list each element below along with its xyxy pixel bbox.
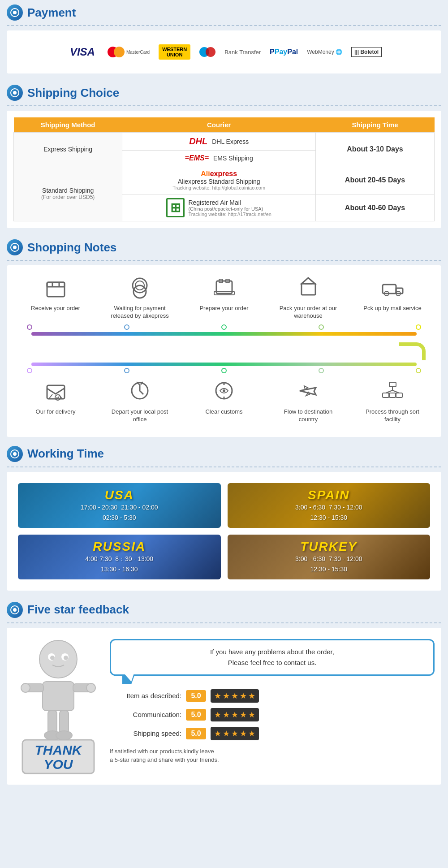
svg-point-46 xyxy=(64,656,68,660)
feedback-section: Five star feedback xyxy=(0,597,448,791)
shopping-notes-header: Shopping Notes xyxy=(7,239,441,255)
dots-row-2 xyxy=(22,368,426,373)
registered-tracking: Tracking website: http://17track.net/en xyxy=(188,212,271,217)
pickup-mail-icon xyxy=(379,274,406,301)
col-time: Shipping Time xyxy=(316,117,435,133)
ali-express-text: express xyxy=(210,170,237,177)
dot-1-1 xyxy=(27,324,32,330)
progress-line-2 xyxy=(31,363,417,366)
payment-section: Payment VISA MasterCard WESTERNUNION Ban… xyxy=(0,0,448,80)
step-prepare-order-label: Prepare your order xyxy=(199,305,248,312)
svg-point-39 xyxy=(13,452,17,456)
comm-star-5: ★ xyxy=(248,710,255,720)
speech-bubble: If you have any problems about the order… xyxy=(110,639,435,676)
svg-point-1 xyxy=(13,11,17,14)
payment-header: Payment xyxy=(7,4,441,21)
step-pack-order-label: Pack your order at our warehouse xyxy=(277,305,340,320)
speech-bubble-text: If you have any problems about the order… xyxy=(210,648,334,666)
ship-star-2: ★ xyxy=(223,729,230,738)
shipping-table-head: Shipping Method Courier Shipping Time xyxy=(14,117,435,133)
registered-icon: ⊞ xyxy=(166,198,185,217)
svg-marker-18 xyxy=(302,278,315,284)
ship-star-4: ★ xyxy=(240,729,247,738)
svg-point-55 xyxy=(56,731,72,740)
dot-2-3 xyxy=(221,368,227,373)
working-time-icon xyxy=(7,446,23,462)
shopping-notes-divider xyxy=(7,260,441,261)
feedback-note: If satisfied with our products,kindly le… xyxy=(110,747,435,764)
shipping-divider xyxy=(7,105,441,106)
dot-2-1 xyxy=(27,368,32,373)
svg-rect-31 xyxy=(389,382,396,387)
paypal-aypal: Pay xyxy=(275,48,287,56)
step-flow-destination-label: Flow to destination country xyxy=(277,408,340,423)
svg-point-3 xyxy=(13,91,17,95)
col-method: Shipping Method xyxy=(14,117,122,133)
turkey-name: TURKEY xyxy=(300,540,357,554)
progress-line-1 xyxy=(31,332,417,336)
payment-logos-box: VISA MasterCard WESTERNUNION Bank Transf… xyxy=(7,30,441,73)
rating-stars-described: ★ ★ ★ ★ ★ xyxy=(211,689,259,703)
rating-row-shipping: Shipping speed: 5.0 ★ ★ ★ ★ ★ xyxy=(110,727,435,740)
rating-row-communication: Communication: 5.0 ★ ★ ★ ★ ★ xyxy=(110,708,435,721)
progress-curve xyxy=(399,342,426,360)
svg-rect-17 xyxy=(302,284,315,295)
shopping-notes-section: Shopping Notes Receive your order xyxy=(0,235,448,441)
shipping-header-row: Shipping Method Courier Shipping Time xyxy=(14,117,435,133)
shipping-icon xyxy=(7,85,23,101)
curve-container xyxy=(22,342,426,360)
comm-star-1: ★ xyxy=(214,710,221,720)
step-sort-facility: Process through sort facility xyxy=(361,378,424,423)
star-3: ★ xyxy=(231,691,238,701)
mc-yellow-circle xyxy=(114,47,125,57)
shopping-notes-box: Receive your order Waiting for payment r… xyxy=(7,265,441,437)
sort-facility-icon xyxy=(379,378,406,405)
depart-post-icon xyxy=(126,378,153,405)
dhl-logo: DHL xyxy=(189,136,207,147)
svg-point-42 xyxy=(39,640,77,678)
dot-1-5 xyxy=(416,324,421,330)
ems-cell: =EMS= EMS Shipping xyxy=(122,151,316,166)
working-time-divider xyxy=(7,466,441,467)
comm-star-2: ★ xyxy=(223,710,230,720)
rating-label-described: Item as described: xyxy=(110,692,181,700)
payment-divider xyxy=(7,25,441,26)
star-2: ★ xyxy=(223,691,230,701)
step-waiting-payment: Waiting for payment released by alixepre… xyxy=(108,274,171,320)
paypal-pal: Pal xyxy=(287,48,298,56)
svg-point-30 xyxy=(223,389,225,392)
rating-stars-shipping: ★ ★ ★ ★ ★ xyxy=(211,727,259,740)
registered-time: About 40-60 Days xyxy=(316,194,435,221)
progress-container-2 xyxy=(22,363,426,373)
step-depart-post: Depart your local post office xyxy=(108,378,171,423)
step-receive-order: Receive your order xyxy=(24,274,87,312)
pack-order-icon xyxy=(295,274,322,301)
svg-rect-21 xyxy=(396,288,403,294)
svg-rect-37 xyxy=(396,393,402,397)
shipping-table-box: Shipping Method Courier Shipping Time Ex… xyxy=(7,111,441,228)
webmoney-logo: WebMoney 🌐 xyxy=(307,49,342,55)
step-depart-post-label: Depart your local post office xyxy=(108,408,171,423)
boletol-logo: ||| Boletol xyxy=(351,47,382,57)
dot-2-4 xyxy=(319,368,324,373)
country-card-spain: SPAIN 3:00 - 6:30 7:30 - 12:0012:30 - 15… xyxy=(228,483,431,528)
ship-star-1: ★ xyxy=(214,729,221,738)
rating-score-shipping: 5.0 xyxy=(186,728,206,739)
shopping-notes-title: Shopping Notes xyxy=(27,241,116,255)
ems-logo: =EMS= xyxy=(185,154,209,162)
western-union-logo: WESTERNUNION xyxy=(159,44,190,60)
step-pickup-mail: Pck up by mail service xyxy=(361,274,424,312)
dhl-name: DHL Express xyxy=(212,138,249,145)
registered-cell: ⊞ Registered Air Mail (China post/epacke… xyxy=(122,194,316,221)
svg-rect-36 xyxy=(389,393,396,397)
maestro-logo xyxy=(199,47,215,57)
rating-label-communication: Communication: xyxy=(110,711,181,718)
svg-point-51 xyxy=(86,683,95,692)
shipping-header: Shipping Choice xyxy=(7,85,441,101)
star-4: ★ xyxy=(240,691,247,701)
svg-rect-6 xyxy=(47,282,65,297)
registered-info: Registered Air Mail (China post/epacket-… xyxy=(188,199,271,217)
svg-point-50 xyxy=(21,683,30,692)
russia-name: RUSSIA xyxy=(93,540,146,554)
feedback-header: Five star feedback xyxy=(7,602,441,618)
